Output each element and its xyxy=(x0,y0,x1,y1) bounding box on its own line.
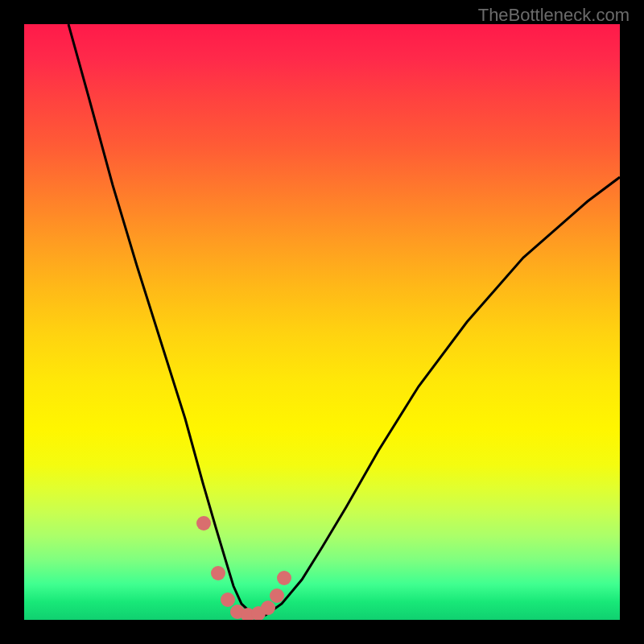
marker-dot xyxy=(261,601,275,615)
chart-svg xyxy=(24,24,620,620)
watermark-text: TheBottleneck.com xyxy=(478,5,630,26)
curve-marker-dots xyxy=(196,516,291,620)
marker-dot xyxy=(277,571,291,585)
marker-dot xyxy=(196,516,211,530)
marker-dot xyxy=(221,592,235,607)
plot-area xyxy=(24,24,620,620)
marker-dot xyxy=(270,588,284,603)
marker-dot xyxy=(211,566,225,580)
bottleneck-curve xyxy=(68,24,620,615)
